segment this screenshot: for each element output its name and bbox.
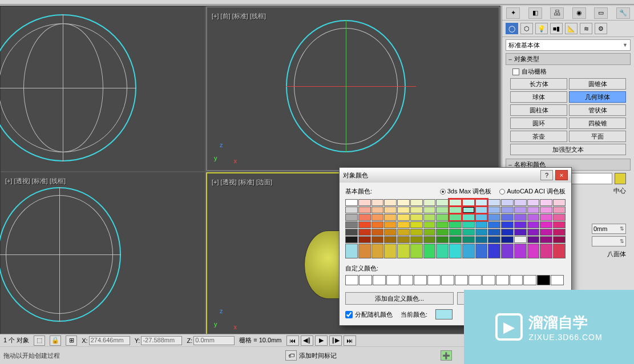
dialog-title-bar[interactable]: 对象颜色 ? ×: [340, 168, 571, 183]
color-swatch[interactable]: [514, 229, 527, 236]
color-swatch[interactable]: [371, 229, 384, 236]
color-swatch[interactable]: [553, 214, 566, 221]
color-swatch[interactable]: [501, 236, 514, 243]
selection-lock-icon[interactable]: ⬚: [34, 335, 45, 346]
tube-button[interactable]: 管状体: [569, 104, 626, 116]
color-swatch[interactable]: [540, 214, 552, 221]
x-coord-input[interactable]: 274.646mm: [89, 336, 130, 345]
color-swatch[interactable]: [514, 199, 527, 206]
color-swatch[interactable]: [475, 214, 488, 221]
custom-color-swatch[interactable]: [455, 275, 468, 285]
color-swatch[interactable]: [397, 221, 410, 228]
color-swatch[interactable]: [384, 229, 397, 236]
color-swatch[interactable]: [514, 236, 527, 243]
systems-cat-icon[interactable]: ⚙: [595, 23, 607, 34]
goto-end-icon[interactable]: ⏭: [344, 335, 356, 346]
color-swatch[interactable]: [410, 207, 423, 213]
color-swatch[interactable]: [553, 236, 566, 243]
color-swatch[interactable]: [449, 207, 462, 213]
color-swatch[interactable]: [488, 229, 500, 236]
color-swatch[interactable]: [449, 199, 462, 206]
color-swatch[interactable]: [436, 244, 449, 258]
color-swatch[interactable]: [540, 199, 552, 206]
color-swatch[interactable]: [462, 207, 475, 213]
custom-color-swatch[interactable]: [482, 275, 495, 285]
color-swatch[interactable]: [345, 199, 358, 206]
color-swatch[interactable]: [462, 199, 475, 206]
color-swatch[interactable]: [423, 199, 436, 206]
custom-color-swatch[interactable]: [496, 275, 509, 285]
color-swatch[interactable]: [345, 221, 358, 228]
color-swatch[interactable]: [553, 199, 566, 206]
color-swatch[interactable]: [488, 214, 500, 221]
color-swatch[interactable]: [384, 214, 397, 221]
color-swatch[interactable]: [475, 236, 488, 243]
custom-color-swatch[interactable]: [469, 275, 482, 285]
color-swatch[interactable]: [371, 199, 384, 206]
color-swatch[interactable]: [514, 244, 527, 258]
color-swatch[interactable]: [540, 221, 552, 228]
add-time-tag-label[interactable]: 添加时间标记: [299, 351, 337, 360]
custom-color-swatch[interactable]: [427, 275, 441, 285]
color-swatch[interactable]: [553, 244, 566, 258]
add-custom-color-button[interactable]: 添加自定义颜色...: [345, 292, 454, 305]
custom-color-swatch[interactable]: [386, 275, 399, 285]
color-swatch[interactable]: [436, 199, 449, 206]
color-swatch[interactable]: [371, 244, 384, 258]
color-swatch[interactable]: [436, 207, 449, 213]
cameras-cat-icon[interactable]: ■▮: [550, 23, 563, 34]
color-swatch[interactable]: [501, 229, 514, 236]
current-color-swatch[interactable]: [435, 309, 453, 319]
color-swatch[interactable]: [436, 229, 449, 236]
color-swatch[interactable]: [358, 221, 371, 228]
color-swatch[interactable]: [527, 207, 540, 213]
value-spinner[interactable]: 0mm ⇅: [592, 224, 626, 234]
color-swatch[interactable]: [423, 244, 436, 258]
color-swatch[interactable]: [410, 199, 423, 206]
helpers-cat-icon[interactable]: 📐: [565, 23, 578, 34]
color-swatch[interactable]: [436, 221, 449, 228]
cylinder-button[interactable]: 圆柱体: [510, 104, 567, 116]
color-swatch[interactable]: [384, 199, 397, 206]
color-swatch[interactable]: [410, 236, 423, 243]
value-spinner[interactable]: ⇅: [592, 236, 626, 246]
color-swatch[interactable]: [371, 214, 384, 221]
color-swatch[interactable]: [553, 229, 566, 236]
color-swatch[interactable]: [358, 244, 371, 258]
color-swatch[interactable]: [384, 244, 397, 258]
autokey-icon[interactable]: ➕: [441, 350, 452, 361]
color-swatch[interactable]: [371, 207, 384, 213]
cone-button[interactable]: 圆锥体: [569, 78, 626, 90]
goto-start-icon[interactable]: ⏮: [286, 335, 299, 346]
color-swatch[interactable]: [410, 214, 423, 221]
custom-color-swatch[interactable]: [414, 275, 427, 285]
custom-color-swatch[interactable]: [537, 275, 550, 285]
torus-button[interactable]: 圆环: [510, 118, 567, 129]
color-swatch[interactable]: [358, 207, 371, 213]
color-swatch[interactable]: [501, 214, 514, 221]
prev-frame-icon[interactable]: ◀∥: [301, 335, 313, 346]
color-swatch[interactable]: [462, 221, 475, 228]
color-swatch[interactable]: [553, 207, 566, 213]
color-swatch[interactable]: [449, 214, 462, 221]
color-swatch[interactable]: [397, 236, 410, 243]
color-swatch[interactable]: [540, 207, 552, 213]
color-swatch[interactable]: [423, 214, 436, 221]
utilities-tab-icon[interactable]: 🔧: [616, 7, 630, 19]
color-swatch[interactable]: [540, 229, 552, 236]
create-tab-icon[interactable]: ✦: [506, 7, 520, 19]
color-swatch[interactable]: [397, 214, 410, 221]
teapot-button[interactable]: 茶壶: [510, 131, 567, 142]
color-swatch[interactable]: [475, 244, 488, 258]
box-button[interactable]: 长方体: [510, 78, 567, 90]
color-swatch[interactable]: [371, 221, 384, 228]
color-swatch[interactable]: [449, 221, 462, 228]
color-swatch[interactable]: [358, 229, 371, 236]
color-swatch[interactable]: [345, 244, 358, 258]
shapes-cat-icon[interactable]: ⬡: [520, 23, 533, 34]
color-swatch[interactable]: [345, 214, 358, 221]
modify-tab-icon[interactable]: ◧: [528, 7, 542, 19]
color-swatch[interactable]: [384, 221, 397, 228]
sphere-button[interactable]: 球体: [510, 91, 567, 103]
color-swatch[interactable]: [527, 244, 540, 258]
